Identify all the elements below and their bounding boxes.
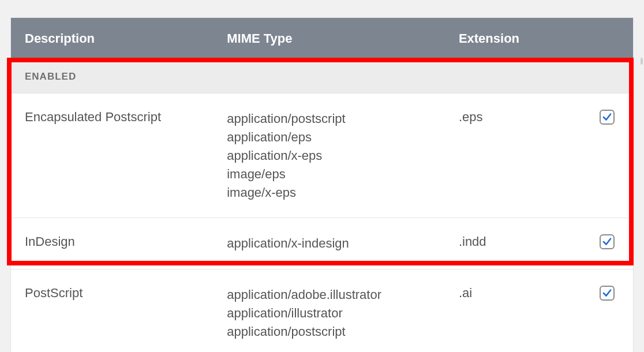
- file-types-table: Description MIME Type Extension ENABLED …: [10, 17, 634, 352]
- enable-checkbox[interactable]: [600, 110, 615, 125]
- page-stage: Description MIME Type Extension ENABLED …: [0, 0, 644, 352]
- mime-line: application/postscript: [227, 323, 459, 341]
- table-row: InDesign application/x-indesign .indd: [11, 218, 633, 269]
- header-extension: Extension: [459, 31, 560, 46]
- cell-description: Encapsulated Postscript: [25, 110, 227, 125]
- table-row: Encapsulated Postscript application/post…: [11, 93, 633, 218]
- header-mime-type: MIME Type: [227, 31, 459, 46]
- scrollbar-hint: [641, 58, 643, 65]
- cell-description: InDesign: [25, 234, 227, 249]
- table-row: PostScript application/adobe.illustrator…: [11, 269, 633, 352]
- cell-checkbox: [560, 286, 619, 301]
- section-label-enabled: ENABLED: [11, 59, 633, 93]
- mime-line: application/x-indesign: [227, 234, 459, 253]
- table-header-row: Description MIME Type Extension: [11, 18, 633, 59]
- mime-line: application/illustrator: [227, 304, 459, 323]
- enable-checkbox[interactable]: [600, 286, 615, 301]
- cell-checkbox: [560, 110, 619, 125]
- cell-checkbox: [560, 234, 619, 249]
- cell-extension: .indd: [459, 234, 560, 249]
- cell-mime: application/adobe.illustrator applicatio…: [227, 286, 459, 341]
- mime-line: application/postscript: [227, 110, 459, 128]
- check-icon: [602, 112, 612, 122]
- mime-line: application/eps: [227, 128, 459, 147]
- cell-mime: application/postscript application/eps a…: [227, 110, 459, 201]
- cell-mime: application/x-indesign: [227, 234, 459, 253]
- cell-extension: .ai: [459, 286, 560, 301]
- mime-line: application/x-eps: [227, 147, 459, 165]
- mime-line: image/eps: [227, 165, 459, 184]
- mime-line: application/adobe.illustrator: [227, 286, 459, 304]
- enable-checkbox[interactable]: [600, 234, 615, 249]
- check-icon: [602, 288, 612, 298]
- check-icon: [602, 237, 612, 247]
- mime-line: image/x-eps: [227, 184, 459, 202]
- cell-description: PostScript: [25, 286, 227, 301]
- cell-extension: .eps: [459, 110, 560, 125]
- header-description: Description: [25, 31, 227, 46]
